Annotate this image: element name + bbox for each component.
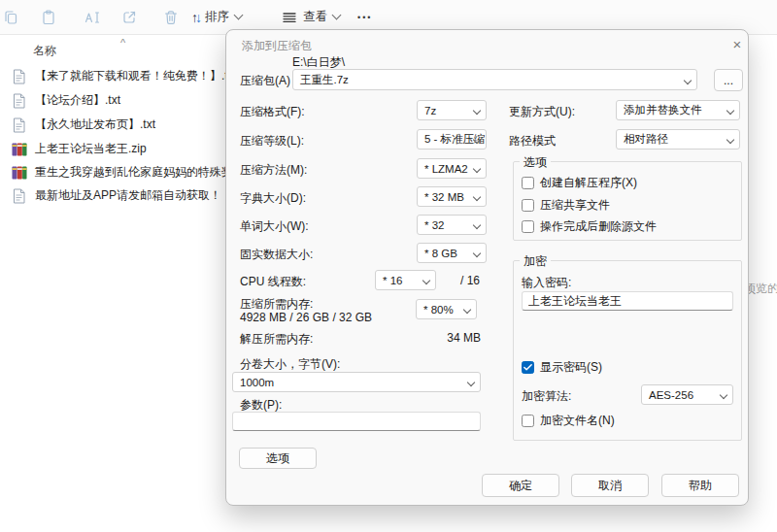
format-combo[interactable]: 7z <box>417 100 487 120</box>
file-row[interactable]: 上老王论坛当老王.zip <box>4 137 229 161</box>
level-combo[interactable]: 5 - 标准压缩 <box>417 129 487 150</box>
password-input[interactable] <box>522 291 733 311</box>
file-row[interactable]: 【来了就能下载和观看！纯免费！】.txt <box>4 64 229 88</box>
copy-icon[interactable] <box>2 9 19 26</box>
path-mode-value: 相对路径 <box>624 132 668 147</box>
checkbox-unchecked-icon <box>522 220 534 233</box>
dictionary-combo[interactable]: * 32 MB <box>417 186 487 207</box>
word-size-value: * 32 <box>424 219 444 231</box>
file-row[interactable]: 重生之我穿越到乱伦家庭妈妈的特殊奖励... <box>4 160 229 184</box>
level-label: 压缩等级(L): <box>240 133 304 150</box>
solid-block-value: * 8 GB <box>424 248 457 259</box>
update-mode-combo[interactable]: 添加并替换文件 <box>616 100 740 120</box>
paste-icon[interactable] <box>40 9 57 26</box>
checkbox-unchecked-icon <box>522 415 534 427</box>
format-label: 压缩格式(F): <box>240 104 305 120</box>
cpu-threads-total: / 16 <box>460 274 480 287</box>
word-size-combo[interactable]: * 32 <box>417 215 487 235</box>
delete-after-label: 操作完成后删除源文件 <box>540 218 657 235</box>
help-button-label: 帮助 <box>689 478 712 494</box>
options-group: 选项 创建自解压程序(X) 压缩共享文件 操作完成后删除源文件 <box>513 161 742 241</box>
format-value: 7z <box>424 105 436 116</box>
create-sfx-label: 创建自解压程序(X) <box>540 175 637 191</box>
encryption-method-combo[interactable]: AES-256 <box>641 384 733 405</box>
method-combo[interactable]: * LZMA2 <box>417 158 487 179</box>
text-file-icon <box>12 69 27 84</box>
create-sfx-checkbox[interactable]: 创建自解压程序(X) <box>522 175 637 191</box>
chevron-down-icon <box>234 11 244 20</box>
options-group-title: 选项 <box>520 154 551 171</box>
column-header-name[interactable]: 名称 <box>33 43 56 59</box>
add-to-archive-dialog: 添加到压缩包 × 压缩包(A) E:\白日梦\ 王重生.7z ... 压缩格式(… <box>225 29 749 506</box>
encrypt-names-label: 加密文件名(N) <box>540 413 615 429</box>
chevron-down-icon <box>463 306 471 314</box>
file-name: 【永久地址发布页】.txt <box>35 116 155 133</box>
file-name: 【论坛介绍】.txt <box>35 92 120 109</box>
cpu-threads-value: * 16 <box>383 275 402 286</box>
text-file-icon <box>12 117 27 133</box>
checkbox-unchecked-icon <box>522 177 534 189</box>
memory-percent-combo[interactable]: * 80% <box>416 299 477 319</box>
dialog-title: 添加到压缩包 <box>242 38 312 54</box>
update-mode-value: 添加并替换文件 <box>624 103 702 117</box>
chevron-down-icon <box>720 391 727 399</box>
text-file-icon <box>12 93 27 109</box>
view-label: 查看 <box>303 9 327 25</box>
file-row[interactable]: 【论坛介绍】.txt <box>4 88 229 113</box>
options-button-label: 选项 <box>266 450 289 467</box>
decompress-memory-label: 解压所需内存: <box>240 331 313 348</box>
file-name: 重生之我穿越到乱伦家庭妈妈的特殊奖励... <box>35 164 229 181</box>
options-button[interactable]: 选项 <box>239 448 317 469</box>
memory-percent-value: * 80% <box>423 304 454 316</box>
delete-after-checkbox[interactable]: 操作完成后删除源文件 <box>522 218 657 235</box>
method-label: 压缩方法(M): <box>240 162 307 179</box>
method-value: * LZMA2 <box>424 163 468 175</box>
sort-ascending-icon: ^ <box>120 37 125 49</box>
view-lines-icon <box>282 10 297 25</box>
volume-size-value: 1000m <box>240 377 274 388</box>
update-mode-label: 更新方式(U): <box>509 104 575 120</box>
file-name: 上老王论坛当老王.zip <box>35 141 147 157</box>
archive-name-value: 王重生.7z <box>300 73 349 87</box>
help-button[interactable]: 帮助 <box>661 474 739 497</box>
chevron-down-icon <box>726 136 734 144</box>
ellipsis-icon: ... <box>724 74 733 87</box>
cancel-button[interactable]: 取消 <box>571 474 649 497</box>
solid-block-combo[interactable]: * 8 GB <box>417 243 487 263</box>
encryption-group-title: 加密 <box>520 253 551 270</box>
more-icon: ••• <box>357 13 372 22</box>
encrypt-names-checkbox[interactable]: 加密文件名(N) <box>522 413 615 429</box>
archive-name-combo[interactable]: 王重生.7z <box>292 69 697 90</box>
sort-icon: ↑↓ <box>191 10 199 25</box>
chevron-down-icon <box>473 165 481 173</box>
archive-file-icon <box>12 142 27 157</box>
word-size-label: 单词大小(W): <box>240 218 309 235</box>
dictionary-label: 字典大小(D): <box>240 190 306 207</box>
cancel-button-label: 取消 <box>598 478 622 494</box>
chevron-down-icon <box>473 107 481 115</box>
password-label: 输入密码: <box>522 275 571 291</box>
chevron-down-icon <box>332 11 342 20</box>
cpu-threads-combo[interactable]: * 16 <box>375 270 436 290</box>
chevron-down-icon <box>467 379 475 386</box>
share-icon[interactable] <box>120 9 138 26</box>
browse-button[interactable]: ... <box>714 69 743 91</box>
file-row[interactable]: 【永久地址发布页】.txt <box>4 113 229 137</box>
delete-icon[interactable] <box>162 9 180 26</box>
encryption-method-value: AES-256 <box>649 389 693 401</box>
close-icon[interactable]: × <box>728 35 746 52</box>
archive-file-icon <box>12 165 27 181</box>
encryption-method-label: 加密算法: <box>522 388 571 405</box>
preview-pane-text: 预览的 <box>744 281 777 297</box>
parameters-input[interactable] <box>232 412 481 431</box>
rename-icon[interactable] <box>84 9 101 26</box>
file-name: 最新地址及APP请发邮箱自动获取！！！... <box>35 187 229 204</box>
checkbox-checked-icon <box>522 361 534 374</box>
ok-button[interactable]: 确定 <box>482 474 559 497</box>
volume-size-combo[interactable]: 1000m <box>232 372 481 392</box>
path-mode-combo[interactable]: 相对路径 <box>616 129 740 150</box>
show-password-checkbox[interactable]: 显示密码(S) <box>522 359 602 376</box>
show-password-label: 显示密码(S) <box>540 359 602 376</box>
file-row[interactable]: 最新地址及APP请发邮箱自动获取！！！... <box>4 183 229 208</box>
compress-shared-checkbox[interactable]: 压缩共享文件 <box>522 197 610 214</box>
